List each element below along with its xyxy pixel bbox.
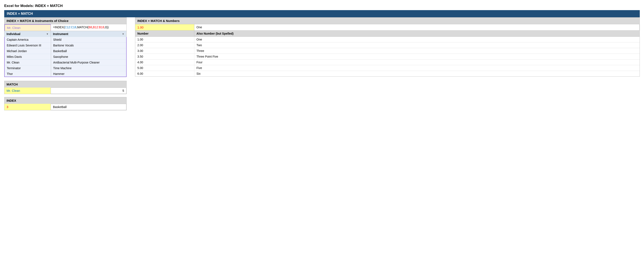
numbers-lookup-cell: 1.00: [135, 24, 194, 30]
right-panel: INDEX + MATCH & Numbers 1.00 One Number …: [135, 17, 640, 110]
left-section-header: INDEX + MATCH & Instruments of Choice: [4, 17, 126, 24]
col-individual-header: Individual ▼: [4, 31, 51, 37]
table-header-row: Individual ▼ Instrument ▼: [4, 31, 126, 37]
filter-icon-instrument[interactable]: ▼: [122, 33, 124, 35]
formula-row: Mr. Clean =INDEX(C12:C18,MATCH(B8,B12:B1…: [4, 24, 126, 31]
instrument-cell: Basketball: [51, 48, 126, 54]
instruments-data-table: Captain America Shield Edward Louis Seve…: [4, 37, 126, 77]
numbers-table-header: Number Also Number (but Spelled): [135, 30, 640, 36]
blue-header: INDEX + MATCH: [4, 10, 640, 17]
table-row: Edward Louis Severson III Baritone Vocal…: [5, 42, 126, 48]
table-row: 3.50 Three Point Five: [135, 54, 640, 60]
individual-cell: Mr. Clean: [5, 60, 51, 65]
spelled-cell: Five: [194, 65, 640, 71]
spelled-cell: Four: [194, 60, 640, 65]
match-section: MATCH Mr. Clean 5: [4, 81, 126, 94]
instrument-cell: Antibacterial Multi-Purpose Cleaner: [51, 60, 126, 65]
formula-prefix: =INDEX(: [53, 26, 65, 29]
table-row: Michael Jordan Basketball: [5, 48, 126, 54]
table-row: 6.00 Six: [135, 71, 640, 76]
individual-cell: Miles Davis: [5, 54, 51, 60]
col-spelled-header: Also Number (but Spelled): [194, 30, 640, 36]
formula-range1: C12:C18: [65, 26, 76, 29]
instrument-cell: Saxophone: [51, 54, 126, 60]
instrument-cell: Hammer: [51, 71, 126, 76]
number-cell: 3.50: [135, 54, 194, 59]
individual-cell: Captain America: [5, 37, 51, 42]
filter-icon-individual[interactable]: ▼: [46, 33, 48, 35]
individual-cell: Michael Jordan: [5, 48, 51, 54]
numbers-result-cell: One: [194, 24, 640, 30]
formula-cell: =INDEX(C12:C18,MATCH(B8,B12:B18,0)): [51, 24, 126, 31]
spelled-cell: One: [194, 37, 640, 42]
table-row: Captain America Shield: [5, 37, 126, 42]
instrument-cell: Time Machine: [51, 66, 126, 71]
individual-cell: Edward Louis Severson III: [5, 42, 51, 48]
numbers-data-table: 1.00 One 2.00 Two 3.00 Three 3.50 Three …: [135, 36, 640, 76]
instrument-cell: Shield: [51, 37, 126, 42]
index-row: 3 Basketball: [4, 104, 126, 110]
number-cell: 5.00: [135, 65, 194, 71]
spelled-cell: Two: [194, 42, 640, 48]
number-cell: 2.00: [135, 42, 194, 48]
right-section-header: INDEX + MATCH & Numbers: [135, 17, 640, 24]
match-section-header: MATCH: [4, 81, 126, 88]
page-title: Excel for Models: INDEX + MATCH: [4, 4, 640, 8]
formula-range2: B12:B18: [93, 26, 104, 29]
formula-ref: B8: [88, 26, 92, 29]
match-lookup-cell: Mr. Clean: [4, 88, 51, 94]
lookup-value-cell: Mr. Clean: [4, 24, 51, 31]
left-panel: INDEX + MATCH & Instruments of Choice Mr…: [4, 17, 126, 110]
index-lookup-cell: 3: [4, 104, 51, 110]
number-cell: 6.00: [135, 71, 194, 76]
col-instrument-header: Instrument ▼: [51, 31, 126, 37]
individual-cell: Terminator: [5, 66, 51, 71]
spelled-cell: Three: [194, 48, 640, 54]
main-layout: INDEX + MATCH & Instruments of Choice Mr…: [4, 17, 640, 110]
index-result-cell: Basketball: [51, 104, 126, 110]
index-section: INDEX 3 Basketball: [4, 97, 126, 110]
match-result-cell: 5: [51, 88, 126, 94]
individual-cell: Thor: [5, 71, 51, 76]
number-cell: 4.00: [135, 60, 194, 65]
table-row: 4.00 Four: [135, 60, 640, 65]
instrument-cell: Baritone Vocals: [51, 42, 126, 48]
formula-comma1: ,MATCH(: [76, 26, 88, 29]
formula-suffix: ,0)): [104, 26, 109, 29]
table-row: 5.00 Five: [135, 65, 640, 71]
number-cell: 3.00: [135, 48, 194, 54]
numbers-formula-row: 1.00 One: [135, 24, 640, 30]
table-row: Miles Davis Saxophone: [5, 54, 126, 60]
spelled-cell: Six: [194, 71, 640, 76]
table-row: 3.00 Three: [135, 48, 640, 54]
col-number-header: Number: [135, 30, 194, 36]
table-row: Terminator Time Machine: [5, 66, 126, 71]
number-cell: 1.00: [135, 37, 194, 42]
spelled-cell: Three Point Five: [194, 54, 640, 59]
match-row: Mr. Clean 5: [4, 88, 126, 94]
table-row: Mr. Clean Antibacterial Multi-Purpose Cl…: [5, 60, 126, 66]
index-section-header: INDEX: [4, 97, 126, 104]
table-row: Thor Hammer: [5, 71, 126, 76]
table-row: 1.00 One: [135, 37, 640, 42]
table-row: 2.00 Two: [135, 42, 640, 48]
